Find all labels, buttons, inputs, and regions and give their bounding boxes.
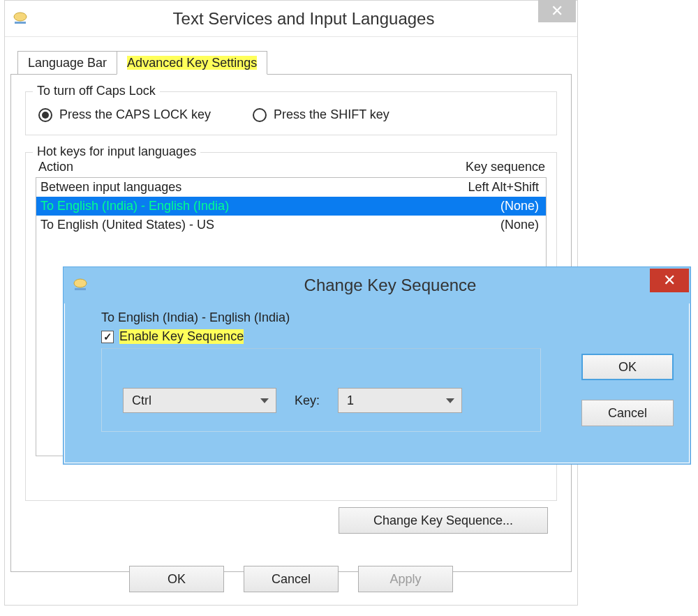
apply-button: Apply [358, 566, 453, 592]
svg-rect-1 [15, 22, 26, 24]
select-value: Ctrl [132, 393, 151, 408]
table-row[interactable]: To English (India) - English (India) (No… [36, 197, 546, 216]
close-button[interactable]: ✕ [538, 0, 576, 22]
svg-point-2 [74, 279, 87, 287]
key-label: Key: [295, 393, 320, 408]
radio-caps-lock-key[interactable]: Press the CAPS LOCK key [38, 107, 211, 122]
cell-keyseq: (None) [500, 218, 542, 232]
button-label: Cancel [272, 572, 311, 587]
table-row[interactable]: To English (United States) - US (None) [36, 216, 546, 234]
chevron-down-icon [446, 398, 454, 403]
group-legend: Hot keys for input languages [33, 144, 200, 159]
tab-advanced-key-settings[interactable]: Advanced Key Settings [117, 51, 267, 75]
cell-keyseq: (None) [500, 199, 542, 213]
cancel-button[interactable]: Cancel [244, 566, 339, 592]
select-value: 1 [347, 393, 354, 408]
window-title: Text Services and Input Languages [30, 9, 577, 29]
cancel-button[interactable]: Cancel [581, 400, 674, 426]
titlebar: Change Key Sequence ✕ [64, 267, 690, 303]
cell-keyseq: Left Alt+Shift [468, 180, 542, 195]
dialog-title: Change Key Sequence [90, 276, 690, 295]
cell-action: Between input languages [40, 180, 468, 195]
button-label: OK [618, 360, 637, 375]
language-icon [70, 277, 90, 294]
col-key-sequence: Key sequence [466, 160, 545, 174]
button-label: Change Key Sequence... [373, 513, 513, 528]
change-key-sequence-dialog: Change Key Sequence ✕ To English (India)… [63, 266, 691, 465]
radio-shift-key[interactable]: Press the SHIFT key [253, 107, 389, 122]
cell-action: To English (United States) - US [40, 218, 500, 232]
dialog-buttons: OK Cancel Apply [5, 566, 577, 592]
col-action: Action [38, 160, 466, 174]
enable-key-sequence-checkbox[interactable]: ✓ Enable Key Sequence [101, 329, 675, 344]
close-icon: ✕ [551, 3, 563, 19]
button-label: Cancel [608, 406, 647, 421]
checkbox-icon: ✓ [101, 331, 114, 343]
chevron-down-icon [260, 398, 269, 403]
table-row[interactable]: Between input languages Left Alt+Shift [36, 178, 546, 197]
change-key-sequence-button[interactable]: Change Key Sequence... [339, 507, 548, 534]
ok-button[interactable]: OK [129, 566, 224, 592]
tab-language-bar[interactable]: Language Bar [17, 51, 117, 75]
button-label: OK [168, 572, 186, 587]
cell-action: To English (India) - English (India) [40, 199, 500, 213]
svg-point-0 [14, 13, 27, 21]
titlebar: Text Services and Input Languages ✕ [5, 1, 577, 37]
target-language-label: To English (India) - English (India) [101, 310, 675, 325]
modifier-select[interactable]: Ctrl [123, 388, 276, 413]
radio-label: Press the CAPS LOCK key [59, 107, 211, 122]
caps-lock-group: To turn off Caps Lock Press the CAPS LOC… [25, 91, 557, 135]
button-label: Apply [389, 572, 421, 587]
tab-strip: Language Bar Advanced Key Settings [17, 51, 577, 75]
svg-rect-3 [75, 288, 86, 290]
language-icon [10, 10, 30, 27]
close-icon: ✕ [663, 271, 676, 290]
radio-icon [38, 108, 52, 122]
key-select[interactable]: 1 [338, 388, 462, 413]
close-button[interactable]: ✕ [650, 269, 689, 292]
ok-button[interactable]: OK [581, 354, 674, 380]
radio-icon [253, 108, 267, 122]
checkbox-label: Enable Key Sequence [119, 329, 244, 344]
tab-label: Language Bar [28, 56, 107, 70]
key-sequence-panel: Ctrl Key: 1 [101, 348, 541, 432]
tab-label: Advanced Key Settings [127, 56, 257, 70]
radio-label: Press the SHIFT key [274, 107, 389, 122]
group-legend: To turn off Caps Lock [33, 84, 160, 98]
